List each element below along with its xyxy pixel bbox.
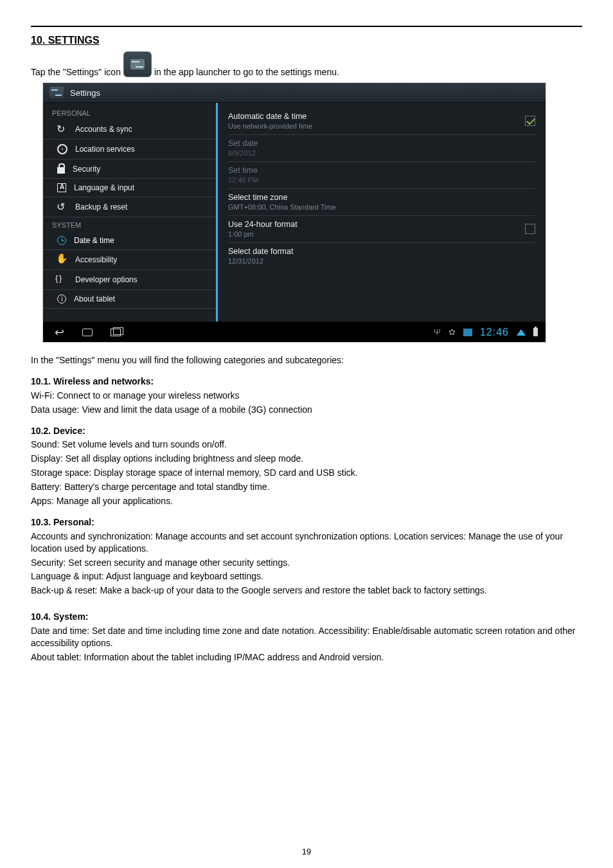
debug-icon: ✿	[449, 327, 456, 337]
sidebar-item-label: Backup & reset	[75, 203, 127, 212]
sidebar-item-location[interactable]: Location services	[43, 140, 216, 159]
line-103-3: Language & input: Adjust language and ke…	[31, 570, 582, 583]
settings-detail-pane: Automatic date & time Use network-provid…	[218, 103, 546, 321]
system-navbar: ↩ Ψ ✿ 12:46	[43, 321, 546, 342]
intro-post: in the app launcher to go to the setting…	[154, 67, 339, 77]
line-104-2: About tablet: Information about the tabl…	[31, 651, 582, 664]
nav-recent-button[interactable]	[111, 329, 121, 336]
settings-header-icon	[49, 87, 64, 98]
row-title: Select time zone	[228, 193, 336, 202]
backup-icon	[57, 202, 67, 212]
line-101-2: Data usage: View and limit the data usag…	[31, 404, 582, 416]
row-title: Automatic date & time	[228, 112, 312, 121]
sidebar-item-backup[interactable]: Backup & reset	[43, 197, 216, 217]
row-set-time[interactable]: Set time 12:46 PM	[228, 162, 535, 189]
subheading-104: 10.4. System:	[31, 611, 582, 623]
row-set-date[interactable]: Set date 8/9/2012	[228, 135, 535, 162]
sidebar-item-accessibility[interactable]: Accessibility	[43, 250, 216, 270]
subheading-102: 10.2. Device:	[31, 425, 582, 437]
accessibility-icon	[57, 255, 67, 265]
row-auto-datetime[interactable]: Automatic date & time Use network-provid…	[228, 108, 535, 135]
wifi-icon	[517, 329, 526, 336]
line-103-4: Back-up & reset: Make a back-up of your …	[31, 584, 582, 597]
line-104-1: Date and time: Set date and time includi…	[31, 625, 582, 649]
sidebar-item-label: Location services	[75, 145, 135, 154]
row-title: Use 24-hour format	[228, 220, 298, 229]
sidebar-item-label: Accessibility	[75, 255, 117, 264]
sidebar-item-about[interactable]: About tablet	[43, 290, 216, 309]
subheading-103: 10.3. Personal:	[31, 516, 582, 529]
sidebar-item-security[interactable]: Security	[43, 159, 216, 179]
sidebar-section-personal: PERSONAL	[43, 105, 216, 120]
usb-icon: Ψ	[434, 327, 441, 337]
line-102-3: Storage space: Display storage space of …	[31, 467, 582, 479]
row-subtitle: 8/9/2012	[228, 149, 258, 157]
settings-sidebar: PERSONAL Accounts & sync Location servic…	[43, 103, 218, 321]
row-subtitle: 1:00 pm	[228, 230, 298, 238]
nav-home-button[interactable]	[82, 329, 93, 336]
sd-icon	[463, 329, 472, 336]
clock-icon	[57, 236, 66, 245]
screenshot-header: Settings	[43, 83, 546, 103]
row-title: Set date	[228, 139, 258, 148]
status-clock: 12:46	[480, 327, 509, 338]
row-title: Select date format	[228, 247, 293, 256]
sidebar-item-label: Date & time	[74, 236, 114, 245]
line-102-4: Battery: Battery's charge percentage and…	[31, 481, 582, 493]
lock-icon	[57, 167, 65, 174]
subheading-101: 10.1. Wireless and networks:	[31, 375, 582, 388]
row-title: Set time	[228, 166, 258, 175]
info-icon	[57, 294, 66, 303]
line-103-1: Accounts and synchronization: Manage acc…	[31, 530, 582, 555]
language-icon	[57, 183, 66, 192]
sidebar-item-label: Accounts & sync	[75, 125, 132, 134]
row-timezone[interactable]: Select time zone GMT+08:00, China Standa…	[228, 189, 535, 216]
developer-icon	[57, 275, 67, 285]
after-screenshot-text: In the "Settings" menu you will find the…	[31, 354, 582, 366]
page-number: 19	[0, 847, 613, 856]
row-subtitle: Use network-provided time	[228, 122, 312, 130]
sidebar-item-accounts[interactable]: Accounts & sync	[43, 120, 216, 140]
row-date-format[interactable]: Select date format 12/31/2012	[228, 243, 535, 269]
line-103-2: Security: Set screen security and manage…	[31, 557, 582, 569]
page-heading: 10. SETTINGS	[31, 35, 582, 46]
row-24h-format[interactable]: Use 24-hour format 1:00 pm	[228, 216, 535, 243]
row-subtitle: 12/31/2012	[228, 257, 293, 265]
line-102-1: Sound: Set volume levels and turn sounds…	[31, 439, 582, 451]
screenshot-title: Settings	[70, 88, 100, 98]
sidebar-item-label: About tablet	[74, 294, 115, 303]
sidebar-item-label: Security	[73, 165, 100, 174]
top-rule	[31, 26, 582, 27]
sidebar-item-label: Developer options	[75, 275, 138, 284]
sidebar-item-language[interactable]: Language & input	[43, 179, 216, 197]
line-102-2: Display: Set all display options includi…	[31, 453, 582, 465]
row-subtitle: 12:46 PM	[228, 176, 258, 184]
checkbox-auto-datetime[interactable]	[525, 116, 535, 126]
sync-icon	[57, 124, 67, 134]
location-icon	[57, 144, 67, 154]
nav-back-button[interactable]: ↩	[55, 327, 64, 338]
checkbox-24h[interactable]	[525, 224, 535, 234]
line-101-1: Wi-Fi: Connect to or manage your wireles…	[31, 390, 582, 402]
settings-app-icon	[123, 51, 152, 77]
sidebar-item-label: Language & input	[74, 183, 134, 192]
intro-pre: Tap the "Settings" icon	[31, 67, 121, 77]
settings-screenshot: Settings PERSONAL Accounts & sync Locati…	[42, 82, 546, 343]
intro-line: Tap the "Settings" icon in the app launc…	[31, 51, 582, 77]
sidebar-item-developer[interactable]: Developer options	[43, 270, 216, 290]
battery-icon	[533, 328, 538, 336]
sidebar-item-datetime[interactable]: Date & time	[43, 231, 216, 250]
line-102-5: Apps: Manage all your applications.	[31, 495, 582, 507]
row-subtitle: GMT+08:00, China Standard Time	[228, 203, 336, 211]
sidebar-section-system: SYSTEM	[43, 217, 216, 231]
